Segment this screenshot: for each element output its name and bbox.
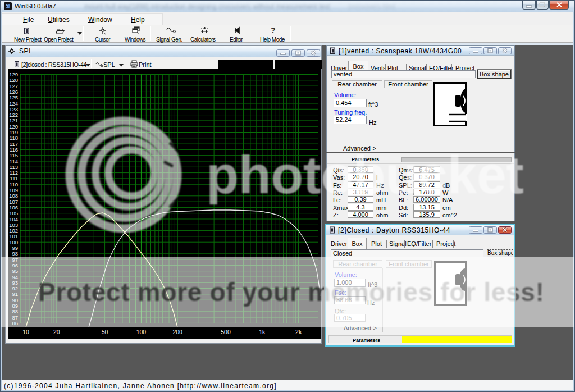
svg-text:100: 100 [136, 329, 147, 335]
svg-text:1k: 1k [259, 329, 266, 335]
svg-text:20: 20 [53, 329, 60, 335]
svg-text:10: 10 [22, 329, 29, 335]
svg-text:50: 50 [102, 329, 108, 335]
svg-text:500: 500 [221, 329, 231, 335]
svg-text:?: ? [271, 26, 276, 35]
svg-text:2k: 2k [295, 329, 302, 335]
svg-text:200: 200 [172, 329, 182, 335]
